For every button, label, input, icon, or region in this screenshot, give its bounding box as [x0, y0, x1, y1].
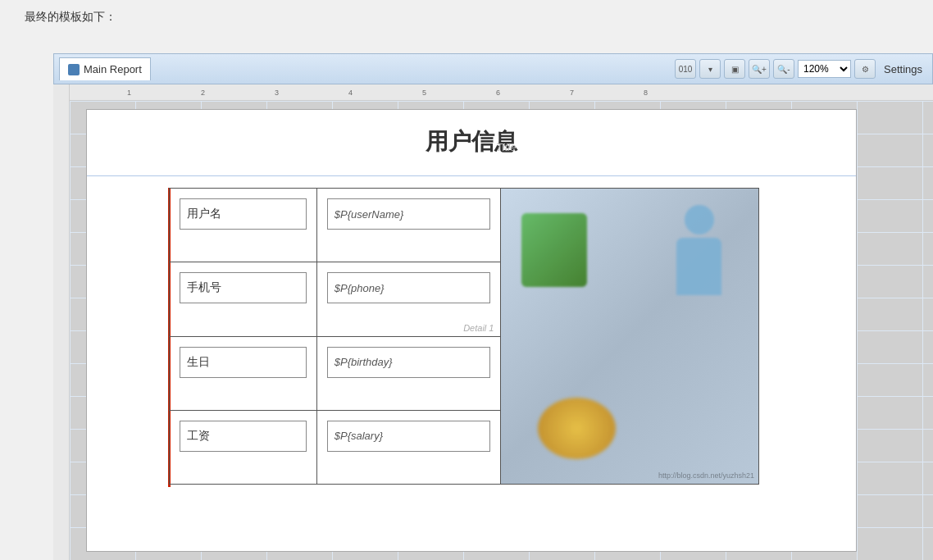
canvas-area: 用户信息 Title 用户名	[70, 101, 933, 560]
value-cell-salary: $P{salary}	[316, 410, 501, 484]
vertical-ruler	[53, 84, 70, 560]
tab-icon	[68, 64, 80, 75]
title-placeholder: Title	[496, 141, 516, 153]
value-box-phone: $P{phone}	[327, 272, 491, 303]
label-cell-phone: 手机号	[170, 262, 317, 336]
ruler-mark-7: 7	[570, 89, 574, 97]
intro-text: 最终的模板如下：	[25, 10, 116, 25]
value-box-salary: $P{salary}	[327, 421, 491, 452]
image-placeholder: http://blog.csdn.net/yuzhsh21	[501, 189, 758, 484]
label-text-username: 用户名	[187, 207, 221, 221]
image-cell: http://blog.csdn.net/yuzhsh21	[501, 189, 759, 485]
main-report-tab[interactable]: Main Report	[59, 57, 151, 80]
settings-label[interactable]: Settings	[879, 63, 927, 75]
page-background: 最终的模板如下： Main Report 010 ▾ ▣ 🔍+ 🔍- 120% …	[0, 0, 933, 560]
binary-btn[interactable]: 010	[675, 59, 696, 79]
ruler-mark-6: 6	[496, 89, 500, 97]
value-text-birthday: $P{birthday}	[335, 356, 393, 368]
table-row: 用户名 $P{userName}	[170, 189, 759, 262]
horizontal-ruler: 0 1 2 3 4 5 6 7 8	[53, 84, 933, 101]
label-box-phone: 手机号	[180, 272, 307, 303]
label-cell-birthday: 生日	[170, 336, 317, 410]
guide-line-1	[87, 175, 856, 176]
export-btn[interactable]: ▣	[724, 59, 745, 79]
data-table: 用户名 $P{userName}	[169, 188, 759, 485]
value-cell-username: $P{userName}	[316, 189, 501, 262]
label-cell-username: 用户名	[170, 189, 317, 262]
zoom-select[interactable]: 120% 100% 80% 150%	[798, 60, 851, 78]
tab-label: Main Report	[84, 63, 142, 75]
ruler-marks-container: 0 1 2 3 4 5 6 7 8	[53, 84, 933, 100]
value-text-username: $P{userName}	[335, 208, 404, 221]
green-doc-icon	[521, 213, 587, 287]
label-text-salary: 工资	[187, 429, 210, 444]
ruler-mark-8: 8	[644, 89, 648, 97]
toolbar-right: 010 ▾ ▣ 🔍+ 🔍- 120% 100% 80% 150% ⚙ Setti…	[675, 59, 927, 79]
value-cell-phone: $P{phone} Detail 1	[316, 262, 501, 336]
zoom-out-btn[interactable]: 🔍-	[773, 59, 794, 79]
label-box-salary: 工资	[180, 421, 307, 452]
label-text-birthday: 生日	[187, 355, 210, 370]
label-text-phone: 手机号	[187, 280, 221, 295]
ruler-mark-3: 3	[275, 89, 279, 97]
value-text-salary: $P{salary}	[335, 430, 383, 442]
ruler-mark-5: 5	[422, 89, 426, 97]
report-page: 用户信息 Title 用户名	[86, 109, 857, 552]
label-box-username: 用户名	[180, 198, 307, 230]
watermark-url: http://blog.csdn.net/yuzhsh21	[658, 471, 754, 480]
ruler-mark-1: 1	[127, 89, 131, 97]
dropdown-arrow-btn[interactable]: ▾	[699, 59, 721, 79]
report-title: 用户信息	[87, 126, 856, 157]
value-box-birthday: $P{birthday}	[327, 347, 491, 378]
value-box-username: $P{userName}	[327, 198, 491, 230]
value-cell-birthday: $P{birthday}	[316, 336, 501, 410]
label-box-birthday: 生日	[180, 347, 307, 378]
zoom-in-btn[interactable]: 🔍+	[749, 59, 770, 79]
gold-medal-icon	[538, 398, 616, 459]
label-cell-salary: 工资	[170, 410, 317, 484]
person-icon	[668, 205, 730, 295]
toolbar: Main Report 010 ▾ ▣ 🔍+ 🔍- 120% 100% 80% …	[53, 53, 933, 84]
detail-label: Detail 1	[463, 323, 494, 333]
ruler-mark-2: 2	[201, 89, 205, 97]
title-section: 用户信息 Title	[87, 110, 856, 166]
ruler-mark-4: 4	[348, 89, 353, 97]
value-text-phone: $P{phone}	[335, 282, 385, 294]
settings-icon-btn[interactable]: ⚙	[854, 59, 876, 79]
